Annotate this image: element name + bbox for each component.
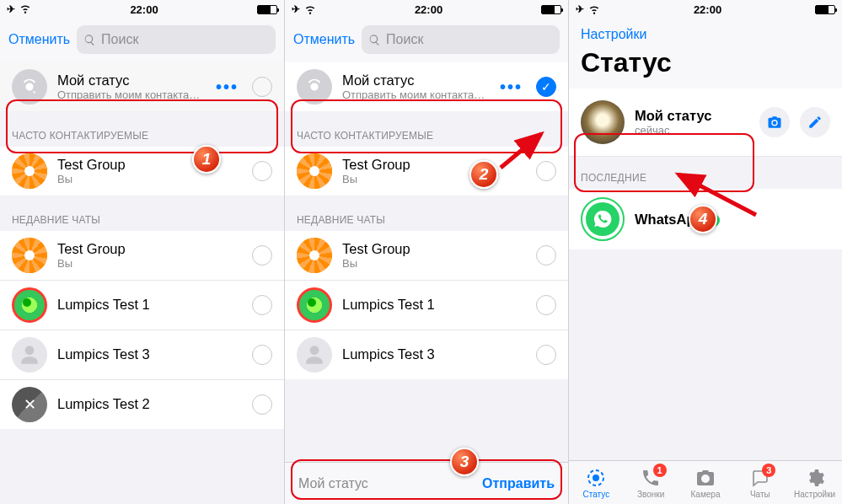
select-radio[interactable] (536, 295, 556, 315)
tab-chats[interactable]: Чаты 3 (732, 461, 787, 504)
svg-line-3 (678, 174, 756, 215)
status-time: 22:00 (130, 3, 158, 16)
select-radio[interactable] (536, 345, 556, 365)
status-time: 22:00 (415, 3, 442, 16)
camera-icon (695, 468, 716, 488)
airplane-mode-icon: ✈ (576, 3, 584, 15)
ios-status-bar: ✈ 22:00 (0, 0, 284, 19)
my-status-row[interactable]: Мой статус Отправить моим контактам, кр…… (0, 62, 284, 111)
search-icon (368, 34, 381, 46)
back-button[interactable]: Настройки (569, 19, 842, 44)
select-radio[interactable] (252, 161, 272, 181)
my-status-subtitle: Отправить моим контактам, кр… (342, 88, 490, 101)
search-input[interactable]: Поиск (77, 25, 276, 54)
contact-avatar (297, 287, 332, 323)
send-button[interactable]: Отправить (482, 476, 555, 491)
more-icon[interactable]: ••• (216, 78, 239, 97)
more-icon[interactable]: ••• (500, 78, 523, 97)
svg-line-0 (501, 134, 541, 168)
airplane-mode-icon: ✈ (7, 3, 15, 15)
my-status-avatar (12, 69, 47, 105)
my-status-subtitle: Отправить моим контактам, кр… (57, 88, 206, 101)
contact-avatar (12, 153, 47, 189)
my-status-row[interactable]: Мой статус сейчас (569, 88, 842, 157)
ios-status-bar: ✈ 22:00 (285, 0, 568, 19)
my-status-avatar (581, 100, 625, 144)
search-placeholder: Поиск (386, 32, 423, 47)
tab-bar: Статус Звонки 1 Камера Чаты 3 Настройки (569, 460, 842, 504)
contact-row[interactable]: Lumpics Test 1 (0, 281, 284, 330)
screen-1: ✈ 22:00 Отменить Поиск Мой статус Отправ… (0, 0, 285, 504)
select-radio[interactable] (252, 394, 272, 415)
my-status-subtitle: сейчас (635, 124, 749, 137)
status-time: 22:00 (694, 3, 721, 16)
select-radio[interactable] (252, 77, 272, 97)
annotation-badge-2: 2 (469, 160, 498, 189)
select-radio[interactable] (252, 295, 272, 315)
gear-icon (805, 468, 825, 488)
tab-calls[interactable]: Звонки 1 (624, 461, 678, 504)
screen-3: ✈ 22:00 Настройки Статус Мой статус сейч… (569, 0, 842, 504)
contact-row[interactable]: Lumpics Test 1 (285, 281, 568, 330)
search-icon (83, 34, 96, 46)
section-recent: НЕДАВНИЕ ЧАТЫ (0, 196, 284, 231)
select-radio[interactable] (252, 245, 272, 265)
select-radio[interactable] (252, 345, 272, 365)
search-input[interactable]: Поиск (362, 25, 560, 54)
my-status-title: Мой статус (635, 108, 749, 125)
battery-icon (815, 5, 835, 14)
header: Отменить Поиск (285, 19, 568, 62)
send-footer: Мой статус Отправить (285, 462, 568, 504)
calls-badge: 1 (653, 464, 667, 477)
contact-avatar: ✕ (12, 387, 47, 422)
section-recent: НЕДАВНИЕ ЧАТЫ (285, 196, 568, 231)
annotation-arrow (494, 124, 553, 174)
cancel-button[interactable]: Отменить (293, 32, 355, 47)
search-placeholder: Поиск (101, 32, 138, 47)
ios-status-bar: ✈ 22:00 (569, 0, 842, 19)
section-frequent: ЧАСТО КОНТАКТИРУЕМЫЕ (0, 111, 284, 147)
wifi-icon (588, 3, 600, 15)
contact-row[interactable]: Test Group Вы (0, 147, 284, 196)
annotation-badge-3: 3 (450, 448, 479, 476)
screen-2: ✈ 22:00 Отменить Поиск Мой статус Отправ… (285, 0, 569, 504)
contact-row[interactable]: Test GroupВы (285, 231, 568, 281)
contact-row[interactable]: Test GroupВы (0, 231, 284, 281)
airplane-mode-icon: ✈ (292, 3, 300, 15)
contact-avatar (297, 238, 332, 273)
edit-button[interactable] (800, 107, 830, 137)
tab-status[interactable]: Статус (569, 461, 624, 504)
my-status-title: Мой статус (342, 72, 490, 89)
select-radio-checked[interactable]: ✓ (536, 77, 556, 97)
contact-row[interactable]: Lumpics Test 3 (285, 330, 568, 379)
contact-avatar (12, 287, 47, 323)
footer-status-label: Мой статус (298, 476, 368, 491)
wifi-icon (19, 3, 31, 17)
contact-row[interactable]: ✕ Lumpics Test 2 (0, 380, 284, 429)
whatsapp-icon (593, 209, 613, 229)
annotation-badge-1: 1 (192, 145, 221, 174)
annotation-badge-4: 4 (689, 205, 717, 233)
header: Отменить Поиск (0, 19, 284, 62)
my-status-avatar (297, 69, 332, 105)
contact-row[interactable]: Lumpics Test 3 (0, 330, 284, 380)
wifi-icon (304, 3, 316, 15)
battery-icon (541, 5, 561, 14)
whatsapp-avatar (581, 197, 625, 241)
status-icon (586, 468, 606, 488)
my-status-row[interactable]: Мой статус Отправить моим контактам, кр…… (285, 62, 568, 111)
chats-badge: 3 (762, 464, 775, 477)
tab-settings[interactable]: Настройки (787, 461, 842, 504)
cancel-button[interactable]: Отменить (8, 32, 70, 47)
contact-avatar (12, 238, 47, 273)
battery-icon (257, 5, 277, 14)
camera-button[interactable] (759, 107, 790, 137)
select-radio[interactable] (536, 245, 556, 265)
page-title: Статус (569, 44, 842, 88)
contact-avatar (297, 337, 332, 373)
tab-camera[interactable]: Камера (678, 461, 733, 504)
contact-avatar (297, 153, 332, 189)
contact-avatar (12, 337, 47, 373)
my-status-title: Мой статус (57, 72, 206, 89)
svg-point-2 (593, 475, 598, 480)
